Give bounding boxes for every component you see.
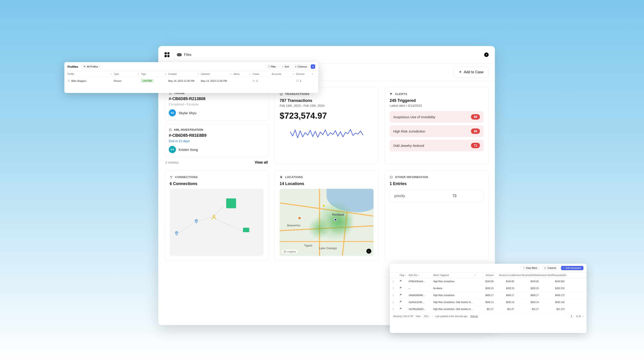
col-cases[interactable]: Cases bbox=[252, 72, 272, 75]
flag-icon[interactable] bbox=[400, 300, 402, 303]
svg-rect-20 bbox=[84, 66, 86, 66]
aml-header: AML INVESTIGATION bbox=[169, 128, 264, 132]
row-checkbox[interactable] bbox=[393, 308, 394, 310]
aml-card[interactable]: AML INVESTIGATION #-CB6D85-R81E8B9 Due i… bbox=[164, 124, 269, 157]
col-type[interactable]: Type▾ bbox=[114, 72, 141, 75]
amount-sent-cell: $542.14 bbox=[539, 301, 563, 304]
connections-title: 6 Connections bbox=[170, 182, 264, 186]
info-icon bbox=[390, 176, 393, 179]
connections-card[interactable]: CONNECTIONS 6 Connections bbox=[164, 170, 269, 261]
flag-icon[interactable] bbox=[400, 287, 402, 290]
clear-filters-button[interactable]: Clear filters bbox=[520, 266, 540, 270]
tx-view-dropdown[interactable]: 50 ▾ bbox=[423, 314, 430, 318]
date-cell: 2 bbox=[563, 301, 570, 304]
menu-dot-icon[interactable]: ▾ bbox=[484, 52, 489, 57]
refresh-link[interactable]: Refresh bbox=[470, 315, 478, 318]
alert-item[interactable]: Odd Jewelry Noticed 71 bbox=[390, 140, 484, 151]
row-checkbox[interactable] bbox=[393, 301, 394, 304]
files-button[interactable]: Files bbox=[173, 51, 195, 58]
other-info-card[interactable]: OTHER INFORMATION 1 Entries priority 73 bbox=[384, 170, 489, 261]
table-row[interactable]: – No Alerts $282.23 $282.23 $282.23 $282… bbox=[390, 285, 586, 292]
table-row[interactable]: c5fadb3d5948… High Risk Jurisdiction $43… bbox=[390, 292, 586, 299]
view-all-link[interactable]: View all bbox=[255, 160, 268, 164]
locations-title: 14 Locations bbox=[280, 182, 374, 186]
col-flag[interactable]: Flag ▾ bbox=[400, 274, 408, 276]
alert-count: 88 bbox=[471, 114, 480, 120]
map-marker-icon[interactable] bbox=[298, 217, 301, 219]
flag-icon[interactable] bbox=[400, 294, 402, 296]
amount-sent-cell: $243.95 bbox=[539, 280, 563, 283]
alert-item[interactable]: Suspicious Use of Invisibility 88 bbox=[390, 111, 484, 123]
col-amount-received[interactable]: Amount Received/Settled bbox=[514, 274, 539, 276]
col-updated[interactable]: Updated▾ bbox=[201, 72, 234, 75]
alerts-card[interactable]: ALERTS 245 Triggered Latest alert • 5/14… bbox=[384, 87, 489, 164]
alert-id-cell: c5fadb3d5948… bbox=[408, 294, 433, 296]
person-node-icon[interactable] bbox=[211, 214, 217, 220]
cloud-icon bbox=[177, 53, 182, 56]
sort-button[interactable]: Sort bbox=[280, 64, 291, 69]
col-amount-local[interactable]: Amount (Local) bbox=[494, 274, 514, 276]
plus-icon: + bbox=[563, 267, 565, 269]
amount-received-cell: $542.14 bbox=[514, 301, 539, 304]
triage-status: Completed • Escalate bbox=[169, 102, 264, 106]
svg-rect-26 bbox=[544, 267, 545, 269]
col-created[interactable]: Created▾ bbox=[168, 72, 201, 75]
row-checkbox[interactable] bbox=[393, 294, 394, 297]
pin-node-icon[interactable] bbox=[194, 218, 198, 224]
table-row[interactable]: 67f6b328e3e8… High Risk Jurisdiction $24… bbox=[390, 278, 586, 285]
connections-graph[interactable] bbox=[170, 189, 264, 256]
flag-icon[interactable] bbox=[400, 280, 402, 282]
columns-button[interactable]: Columns bbox=[293, 64, 309, 69]
flag-icon[interactable] bbox=[400, 308, 402, 310]
pin-node-icon[interactable] bbox=[174, 230, 179, 236]
profiles-dropdown[interactable]: All Profiles ▾ bbox=[81, 64, 102, 69]
next-page-button[interactable]: › bbox=[583, 315, 584, 318]
row-checkbox[interactable] bbox=[393, 280, 394, 283]
row-checkbox[interactable] bbox=[393, 287, 394, 290]
col-alert-ids[interactable]: Alert IDs ▾ bbox=[408, 274, 433, 276]
map-marker-icon[interactable] bbox=[334, 218, 337, 221]
add-to-case-button[interactable]: + Add to Case bbox=[454, 66, 489, 78]
profile-cell: Bilbo Baggins bbox=[68, 80, 114, 82]
add-profile-button[interactable]: + bbox=[311, 64, 315, 69]
col-profile[interactable]: Profile▾ bbox=[68, 72, 114, 75]
card-node-icon[interactable] bbox=[226, 198, 236, 208]
columns-button[interactable]: Columns bbox=[542, 266, 558, 270]
col-alerts-triggered[interactable]: Alerts Triggered ▾ bbox=[433, 274, 476, 276]
alert-item[interactable]: High Risk Jurisdiction 86 bbox=[390, 125, 484, 137]
filter-icon bbox=[268, 66, 270, 68]
locations-card[interactable]: LOCATIONS 14 Locations Portland Beaverto… bbox=[274, 170, 379, 261]
filter-button[interactable]: Filter bbox=[266, 64, 278, 69]
col-tags[interactable]: Tags▾ bbox=[141, 72, 168, 75]
table-row[interactable]: Bilbo Baggins Person Low Risk May 14, 20… bbox=[64, 77, 318, 85]
amount-local-cell: $21.27 bbox=[494, 308, 514, 310]
tx-toolbar: Clear filters Columns + Add transaction bbox=[390, 264, 586, 272]
col-date[interactable]: Da bbox=[563, 274, 570, 276]
page-input[interactable] bbox=[569, 314, 574, 318]
card-node-icon[interactable] bbox=[243, 228, 249, 232]
reviews-count: 2 reviews bbox=[166, 161, 178, 164]
transactions-card[interactable]: $ TRANSACTIONS 787 Transactions Feb 14th… bbox=[274, 87, 379, 164]
col-alerts[interactable]: Alerts▾ bbox=[234, 72, 252, 75]
table-row[interactable]: #ac8e3c2e59… High Risk Jurisdiction, Odd… bbox=[390, 299, 586, 306]
pin-icon bbox=[280, 176, 283, 179]
apps-grid-icon[interactable] bbox=[164, 52, 170, 57]
col-accounts[interactable]: Accounts▾ bbox=[272, 72, 296, 75]
alert-label: Suspicious Use of Invisibility bbox=[393, 115, 435, 119]
transactions-title: 787 Transactions bbox=[280, 98, 374, 103]
amount-received-cell: $243.95 bbox=[514, 280, 539, 283]
transactions-sparkline bbox=[280, 123, 374, 144]
device-icon bbox=[296, 80, 299, 82]
col-amount-sent[interactable]: Amount Sent/Requested bbox=[539, 274, 563, 276]
col-devices[interactable]: Devices▾ bbox=[296, 72, 315, 75]
prev-page-button[interactable]: ‹ bbox=[566, 315, 567, 318]
folder-icon bbox=[252, 80, 255, 82]
devices-cell: 1 bbox=[296, 80, 315, 82]
map-info-icon[interactable]: i bbox=[366, 249, 371, 254]
table-row[interactable]: 1fa785a24af22… High Risk Jurisdiction, O… bbox=[390, 306, 586, 312]
city-label: Portland bbox=[332, 213, 344, 216]
col-amount[interactable]: Amount bbox=[476, 274, 494, 276]
locations-map[interactable]: Portland Beaverton Tigard Lake Oswego ma… bbox=[280, 189, 374, 256]
profiles-panel: Profiles All Profiles ▾ Filter Sort Colu… bbox=[64, 62, 318, 93]
add-transaction-button[interactable]: + Add transaction bbox=[561, 266, 584, 270]
